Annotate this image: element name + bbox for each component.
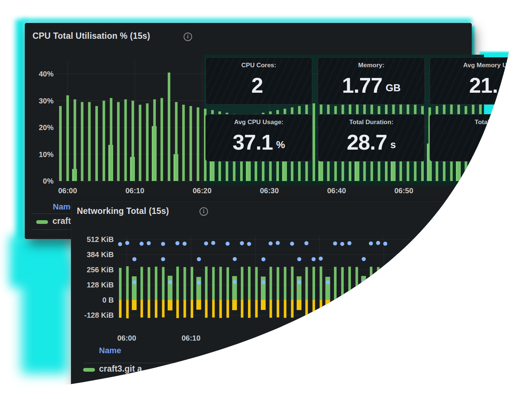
net-legend-item[interactable]: craft3.git a: [99, 364, 142, 374]
bar-down: [384, 300, 387, 318]
bar-down: [341, 300, 344, 317]
cpu-panel-title: CPU Total Utilisation % (15s): [33, 31, 150, 41]
stat-total-duration: Total Duration: 28.7s: [318, 114, 425, 161]
bar-down: [348, 300, 351, 318]
info-icon[interactable]: i: [184, 33, 192, 41]
divider: [83, 363, 257, 363]
series-color-swatch: [83, 368, 95, 372]
stat-cpu-cores: CPU Cores: 2: [205, 57, 312, 105]
stat-memory: Memory: 1.77GB: [318, 57, 425, 105]
stat-value: 37.1: [233, 130, 273, 154]
series-color-swatch: [36, 220, 48, 224]
bar-down: [361, 300, 366, 310]
stat-unit: s: [390, 139, 396, 151]
stat-total: Total N: [430, 114, 532, 161]
stat-value: 21.: [469, 73, 498, 98]
stat-avg-cpu-usage: Avg CPU Usage: 37.1%: [205, 114, 312, 161]
bar-down: [377, 300, 379, 317]
stat-avg-memory: Avg Memory U 21.: [430, 57, 532, 105]
cyan-glow-left: [16, 19, 26, 241]
bar-up: [384, 267, 387, 300]
bar-down: [334, 300, 337, 318]
net-panel-title: Networking Total (15s): [77, 206, 169, 216]
bar-down: [370, 300, 372, 318]
bar-up: [377, 267, 379, 300]
stat-value: 2: [251, 73, 263, 98]
net-legend-header[interactable]: Name: [99, 346, 121, 355]
dashboard-scene: CPU Total Utilisation % (15s) i Name cra…: [0, 0, 532, 399]
cyan-glow-blob: [21, 259, 68, 374]
stat-value: 1.77: [342, 73, 382, 98]
info-icon[interactable]: i: [200, 207, 208, 216]
bar-down: [355, 300, 358, 318]
stat-unit: %: [276, 139, 285, 151]
stat-value: 28.7: [347, 130, 387, 154]
stat-unit: GB: [386, 82, 401, 94]
